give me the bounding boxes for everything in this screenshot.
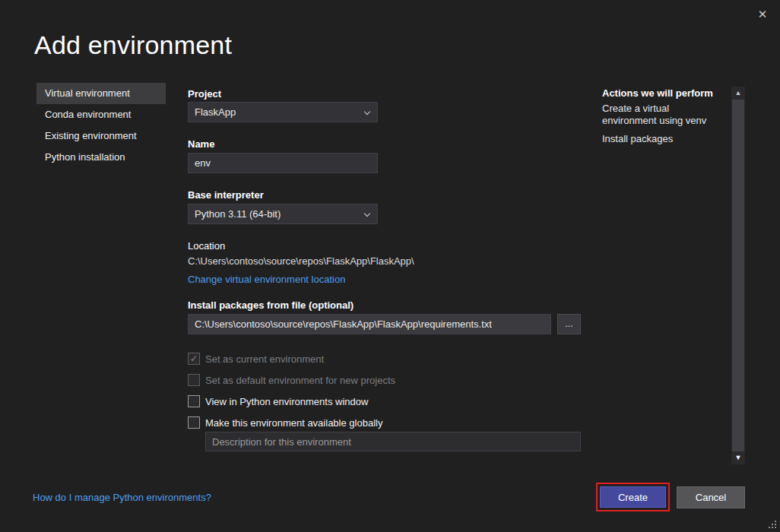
- highlight-annotation: Create: [596, 483, 670, 511]
- checkbox-row-set-default: Set as default environment for new proje…: [188, 369, 395, 391]
- create-button[interactable]: Create: [600, 486, 666, 508]
- name-input[interactable]: [188, 153, 378, 173]
- checkbox-label[interactable]: View in Python environments window: [205, 396, 368, 407]
- chevron-down-icon: [364, 109, 370, 115]
- actions-panel-item: Install packages: [602, 133, 722, 145]
- browse-button[interactable]: ...: [557, 314, 581, 334]
- project-dropdown[interactable]: FlaskApp: [188, 102, 378, 122]
- change-location-link[interactable]: Change virtual environment location: [188, 274, 345, 285]
- dialog-title: Add environment: [34, 30, 232, 60]
- checkbox-unchecked-icon[interactable]: [188, 416, 200, 429]
- base-interpreter-dropdown[interactable]: Python 3.11 (64-bit): [188, 204, 378, 224]
- base-interpreter-label: Base interpreter: [188, 189, 264, 201]
- sidebar-item-conda-environment[interactable]: Conda environment: [36, 104, 166, 125]
- checkbox-unchecked-icon[interactable]: [188, 395, 200, 407]
- cancel-button[interactable]: Cancel: [677, 486, 745, 508]
- checkbox-row-available-globally[interactable]: Make this environment available globally: [188, 412, 395, 433]
- project-label: Project: [188, 88, 221, 100]
- base-interpreter-dropdown-value: Python 3.11 (64-bit): [195, 208, 281, 220]
- scroll-up-icon[interactable]: ▲: [731, 87, 745, 100]
- location-label: Location: [188, 240, 225, 252]
- description-input[interactable]: [205, 432, 581, 451]
- checkbox-label[interactable]: Make this environment available globally: [205, 417, 382, 429]
- name-label: Name: [188, 138, 214, 150]
- sidebar-item-existing-environment[interactable]: Existing environment: [36, 125, 166, 147]
- checkbox-row-view-environments[interactable]: View in Python environments window: [188, 391, 395, 412]
- environment-type-list: Virtual environment Conda environment Ex…: [36, 83, 166, 168]
- actions-panel-item: Create a virtual environment using venv: [602, 103, 722, 127]
- sidebar-item-python-installation[interactable]: Python installation: [36, 147, 166, 168]
- help-link[interactable]: How do I manage Python environments?: [33, 492, 211, 503]
- checkbox-label: Set as default environment for new proje…: [205, 375, 395, 386]
- checkbox-label: Set as current environment: [205, 353, 324, 365]
- requirements-file-input[interactable]: [188, 314, 551, 334]
- actions-panel-title: Actions we will perform: [602, 87, 722, 99]
- checkbox-unchecked-icon: [188, 374, 200, 386]
- checkbox-checked-icon: ✓: [188, 353, 200, 365]
- sidebar-item-virtual-environment[interactable]: Virtual environment: [36, 83, 166, 104]
- actions-panel: Actions we will perform Create a virtual…: [602, 87, 722, 151]
- chevron-down-icon: [364, 211, 370, 217]
- project-dropdown-value: FlaskApp: [195, 106, 236, 118]
- close-icon[interactable]: ✕: [754, 6, 771, 23]
- resize-grip-icon[interactable]: [769, 521, 778, 530]
- checkbox-row-set-current: ✓ Set as current environment: [188, 348, 395, 369]
- location-path: C:\Users\contoso\source\repos\FlaskApp\F…: [188, 255, 414, 267]
- scrollbar[interactable]: ▲ ▼: [731, 87, 745, 464]
- install-packages-label: Install packages from file (optional): [188, 299, 354, 311]
- scrollbar-thumb[interactable]: [732, 100, 744, 451]
- scroll-down-icon[interactable]: ▼: [731, 451, 745, 464]
- options-checkbox-group: ✓ Set as current environment Set as defa…: [188, 348, 395, 433]
